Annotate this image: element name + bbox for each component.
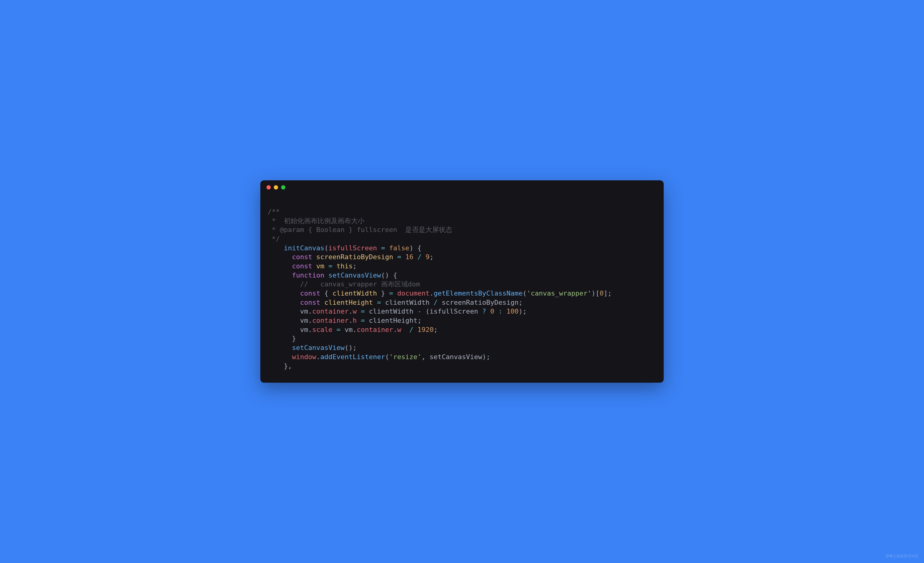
dot: . bbox=[352, 326, 357, 333]
paren: (); bbox=[345, 344, 357, 351]
op: ? bbox=[482, 308, 486, 315]
keyword: const bbox=[292, 262, 312, 270]
num: 0 bbox=[490, 308, 494, 315]
paren: ); bbox=[482, 353, 490, 361]
prop: document bbox=[397, 290, 430, 297]
string: 'canvas_wrapper' bbox=[527, 290, 591, 297]
paren: ( bbox=[385, 353, 389, 361]
code-window: /** * 初始化画布比例及画布大小 * @param { Boolean } … bbox=[260, 180, 664, 383]
var: setCanvasView bbox=[430, 353, 482, 361]
paren: ( bbox=[426, 308, 430, 315]
method: addEventListener bbox=[320, 353, 385, 361]
prop: window bbox=[292, 353, 316, 361]
op: : bbox=[498, 308, 502, 315]
comment-line: */ bbox=[268, 235, 280, 243]
op: / bbox=[417, 253, 422, 261]
num: 9 bbox=[426, 253, 430, 261]
prop: w bbox=[397, 326, 401, 333]
keyword: const bbox=[292, 253, 312, 261]
var: vm bbox=[345, 326, 353, 333]
close-icon[interactable] bbox=[267, 185, 271, 189]
keyword: function bbox=[292, 272, 324, 279]
paren: ( bbox=[324, 244, 328, 252]
this: this bbox=[336, 262, 352, 270]
var: clientHeight bbox=[324, 299, 373, 306]
op: = bbox=[328, 262, 333, 270]
comment-line: /** bbox=[268, 208, 280, 215]
semi: ; bbox=[352, 262, 357, 270]
prop: container bbox=[312, 308, 349, 315]
prop: scale bbox=[312, 326, 333, 333]
semi: ; bbox=[434, 326, 438, 333]
dot: . bbox=[308, 326, 312, 333]
brace: } bbox=[292, 335, 296, 342]
dot: . bbox=[316, 353, 320, 361]
dot: . bbox=[308, 308, 312, 315]
function-name: initCanvas bbox=[284, 244, 324, 252]
paren: ]; bbox=[603, 290, 612, 297]
comment-line: * @param { Boolean } fullscreen 是否是大屏状态 bbox=[268, 226, 452, 234]
num: 1920 bbox=[417, 326, 434, 333]
op: = bbox=[397, 253, 401, 261]
var: screenRatioByDesign bbox=[316, 253, 393, 261]
function-call: setCanvasView bbox=[292, 344, 344, 351]
prop: w bbox=[352, 308, 357, 315]
op: = bbox=[336, 326, 340, 333]
var: clientWidth bbox=[333, 290, 377, 297]
var: vm bbox=[300, 308, 308, 315]
dot: . bbox=[308, 317, 312, 324]
prop: container bbox=[312, 317, 349, 324]
num: 100 bbox=[507, 308, 519, 315]
op: / bbox=[434, 299, 438, 306]
code-area: /** * 初始化画布比例及画布大小 * @param { Boolean } … bbox=[260, 192, 664, 383]
var: clientWidth bbox=[385, 299, 430, 306]
keyword: const bbox=[300, 290, 320, 297]
semi: ; bbox=[417, 317, 422, 324]
op: = bbox=[361, 308, 365, 315]
dot: . bbox=[430, 290, 434, 297]
op: = bbox=[377, 299, 381, 306]
var: screenRatioByDesign bbox=[442, 299, 519, 306]
method: getElementsByClassName bbox=[434, 290, 522, 297]
brace: }, bbox=[284, 362, 292, 370]
var: vm bbox=[300, 317, 308, 324]
bool: false bbox=[389, 244, 409, 252]
op: = bbox=[361, 317, 365, 324]
paren: ); bbox=[519, 308, 527, 315]
brace: { bbox=[324, 290, 333, 297]
var: clientHeight bbox=[369, 317, 417, 324]
titlebar bbox=[260, 180, 664, 192]
prop: h bbox=[352, 317, 357, 324]
comment-line: * 初始化画布比例及画布大小 bbox=[268, 217, 364, 225]
string: 'resize' bbox=[389, 353, 422, 361]
prop: container bbox=[357, 326, 393, 333]
paren: () { bbox=[381, 272, 397, 279]
function-name: setCanvasView bbox=[328, 272, 381, 279]
brace: } bbox=[377, 290, 389, 297]
op: / bbox=[410, 326, 413, 333]
param: isfullScreen bbox=[328, 244, 377, 252]
num: 16 bbox=[405, 253, 413, 261]
semi: ; bbox=[430, 253, 434, 261]
semi: ; bbox=[519, 299, 522, 306]
brace: ) { bbox=[410, 244, 422, 252]
comment-line: // canvas_wrapper 画布区域dom bbox=[300, 280, 420, 288]
maximize-icon[interactable] bbox=[281, 185, 285, 189]
comma: , bbox=[422, 353, 430, 361]
paren: ( bbox=[523, 290, 527, 297]
minimize-icon[interactable] bbox=[274, 185, 278, 189]
dot: . bbox=[393, 326, 397, 333]
var: vm bbox=[316, 262, 324, 270]
op: = bbox=[389, 290, 393, 297]
op: = bbox=[381, 244, 385, 252]
var: clientWidth bbox=[369, 308, 413, 315]
watermark: @稀土掘金技术社区 bbox=[885, 554, 918, 559]
dot: . bbox=[349, 317, 352, 324]
var: isfullScreen bbox=[430, 308, 478, 315]
dot: . bbox=[349, 308, 352, 315]
num: 0 bbox=[600, 290, 603, 297]
keyword: const bbox=[300, 299, 320, 306]
paren: )[ bbox=[591, 290, 600, 297]
var: vm bbox=[300, 326, 308, 333]
op: - bbox=[417, 308, 422, 315]
